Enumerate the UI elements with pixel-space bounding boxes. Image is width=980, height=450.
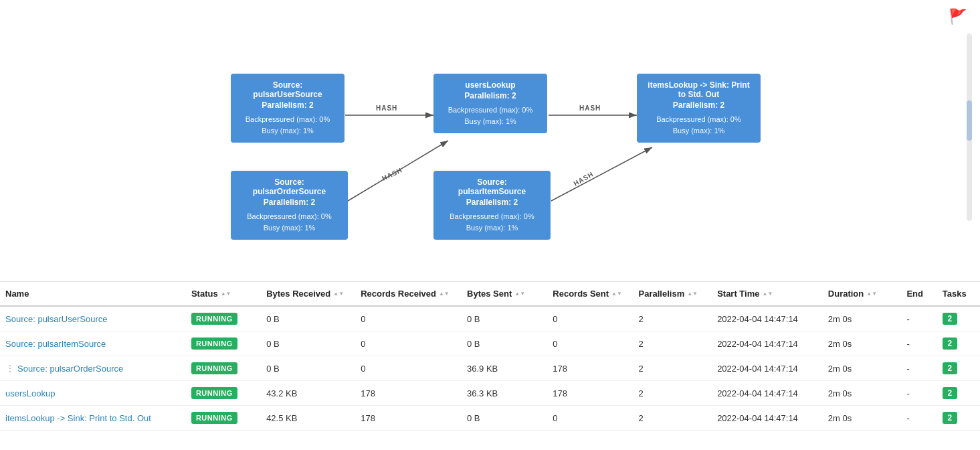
node-1-title: Source: pulsarUserSource	[240, 80, 335, 99]
node-users-lookup[interactable]: usersLookup Parallelism: 2 Backpressured…	[433, 74, 547, 133]
node-3-parallelism: Parallelism: 2	[646, 100, 751, 110]
name-link[interactable]: Source: pulsarOrderSource	[17, 364, 123, 374]
svg-text:HASH: HASH	[573, 170, 595, 188]
node-5-stats: Backpressured (max): 0% Busy (max): 1%	[443, 211, 541, 233]
scroll-thumb[interactable]	[967, 100, 972, 141]
tasks-badge: 2	[943, 387, 957, 399]
cell-bytes-received: 42.5 KB	[261, 406, 355, 431]
table-body: Source: pulsarUserSourceRUNNING0 B00 B02…	[0, 306, 980, 431]
col-header-bytes-received[interactable]: Bytes Received ▲▼	[261, 282, 355, 306]
node-pulsar-order-source[interactable]: Source: pulsarOrderSource Parallelism: 2…	[231, 171, 348, 240]
node-items-lookup-sink[interactable]: itemsLookup -> Sink: Print to Std. Out P…	[637, 74, 761, 143]
cell-duration: 2m 0s	[823, 356, 902, 381]
table-area: Name Status ▲▼ Bytes Received ▲▼	[0, 281, 980, 431]
cell-tasks: 2	[937, 381, 980, 406]
status-sort-icon[interactable]: ▲▼	[221, 291, 231, 297]
cell-tasks: 2	[937, 406, 980, 431]
col-resize-dots: ···	[405, 281, 411, 285]
name-link[interactable]: usersLookup	[5, 388, 55, 398]
cell-bytes-received: 0 B	[261, 331, 355, 356]
cell-bytes-received: 0 B	[261, 356, 355, 381]
col-header-parallelism[interactable]: Parallelism ▲▼	[633, 282, 712, 306]
page-wrapper: 🚩 HASH HASH	[0, 0, 980, 450]
cell-status: RUNNING	[186, 331, 261, 356]
cell-tasks: 2	[937, 356, 980, 381]
cell-end-time: -	[901, 306, 937, 331]
duration-sort-icon[interactable]: ▲▼	[866, 291, 877, 297]
table-row: itemsLookup -> Sink: Print to Std. OutRU…	[0, 406, 980, 431]
node-5-parallelism: Parallelism: 2	[443, 198, 541, 207]
cell-records-sent: 178	[547, 381, 633, 406]
node-pulsar-item-source[interactable]: Source: pulsarItemSource Parallelism: 2 …	[433, 171, 551, 240]
records-sent-sort-icon[interactable]: ▲▼	[611, 291, 622, 297]
start-time-sort-icon[interactable]: ▲▼	[762, 291, 773, 297]
table-row: Source: pulsarItemSourceRUNNING0 B00 B02…	[0, 331, 980, 356]
node-2-parallelism: Parallelism: 2	[443, 91, 538, 100]
svg-text:HASH: HASH	[381, 166, 403, 182]
bytes-received-sort-icon[interactable]: ▲▼	[333, 291, 344, 297]
cell-bytes-sent: 0 B	[462, 306, 547, 331]
cell-records-sent: 0	[547, 406, 633, 431]
tasks-badge: 2	[943, 313, 957, 325]
col-header-bytes-sent[interactable]: Bytes Sent ▲▼	[462, 282, 547, 306]
col-header-name: Name	[0, 282, 186, 306]
name-link[interactable]: Source: pulsarItemSource	[5, 339, 106, 349]
cell-start-time: 2022-04-04 14:47:14	[712, 356, 823, 381]
cell-status: RUNNING	[186, 381, 261, 406]
bytes-sent-sort-icon[interactable]: ▲▼	[514, 291, 525, 297]
cell-end-time: -	[901, 381, 937, 406]
cell-end-time: -	[901, 356, 937, 381]
status-badge: RUNNING	[191, 387, 237, 399]
name-link[interactable]: itemsLookup -> Sink: Print to Std. Out	[5, 413, 151, 423]
cell-end-time: -	[901, 406, 937, 431]
cell-parallelism: 2	[633, 331, 712, 356]
node-2-title: usersLookup	[443, 80, 538, 90]
col-header-duration[interactable]: Duration ▲▼	[823, 282, 902, 306]
node-3-stats: Backpressured (max): 0% Busy (max): 1%	[646, 114, 751, 136]
flag-icon: 🚩	[949, 8, 967, 25]
cell-start-time: 2022-04-04 14:47:14	[712, 331, 823, 356]
cell-bytes-sent: 0 B	[462, 331, 547, 356]
cell-name: Source: pulsarUserSource	[0, 306, 186, 331]
node-2-stats: Backpressured (max): 0% Busy (max): 1%	[443, 104, 538, 127]
cell-records-sent: 178	[547, 356, 633, 381]
svg-line-5	[551, 147, 652, 201]
node-4-stats: Backpressured (max): 0% Busy (max): 1%	[240, 211, 338, 233]
col-header-start-time[interactable]: Start Time ▲▼	[712, 282, 823, 306]
col-header-records-received[interactable]: ··· Records Received ▲▼	[355, 282, 462, 306]
cell-start-time: 2022-04-04 14:47:14	[712, 406, 823, 431]
col-header-records-sent[interactable]: Records Sent ▲▼	[547, 282, 633, 306]
col-header-status[interactable]: Status ▲▼	[186, 282, 261, 306]
row-drag-handle[interactable]: ⋮	[5, 363, 15, 374]
table-header-row: Name Status ▲▼ Bytes Received ▲▼	[0, 282, 980, 306]
cell-name: ⋮Source: pulsarOrderSource	[0, 356, 186, 381]
tasks-badge: 2	[943, 338, 957, 350]
cell-bytes-received: 0 B	[261, 306, 355, 331]
cell-name: itemsLookup -> Sink: Print to Std. Out	[0, 406, 186, 431]
cell-status: RUNNING	[186, 306, 261, 331]
tasks-badge: 2	[943, 412, 957, 424]
status-badge: RUNNING	[191, 313, 237, 325]
cell-duration: 2m 0s	[823, 306, 902, 331]
parallelism-sort-icon[interactable]: ▲▼	[687, 291, 698, 297]
cell-status: RUNNING	[186, 356, 261, 381]
cell-records-received: 0	[355, 356, 462, 381]
scroll-track[interactable]	[967, 33, 972, 221]
cell-parallelism: 2	[633, 406, 712, 431]
records-received-sort-icon[interactable]: ▲▼	[439, 291, 450, 297]
cell-status: RUNNING	[186, 406, 261, 431]
cell-name: usersLookup	[0, 381, 186, 406]
node-pulsar-user-source[interactable]: Source: pulsarUserSource Parallelism: 2 …	[231, 74, 345, 143]
status-badge: RUNNING	[191, 362, 237, 374]
cell-bytes-sent: 36.3 KB	[462, 381, 547, 406]
cell-duration: 2m 0s	[823, 406, 902, 431]
col-header-end-time: End	[901, 282, 937, 306]
cell-duration: 2m 0s	[823, 331, 902, 356]
cell-records-received: 0	[355, 331, 462, 356]
name-link[interactable]: Source: pulsarUserSource	[5, 314, 107, 324]
node-5-title: Source: pulsarItemSource	[443, 177, 541, 196]
table-row: ⋮Source: pulsarOrderSourceRUNNING0 B036.…	[0, 356, 980, 381]
tasks-badge: 2	[943, 362, 957, 374]
cell-start-time: 2022-04-04 14:47:14	[712, 381, 823, 406]
status-badge: RUNNING	[191, 338, 237, 350]
